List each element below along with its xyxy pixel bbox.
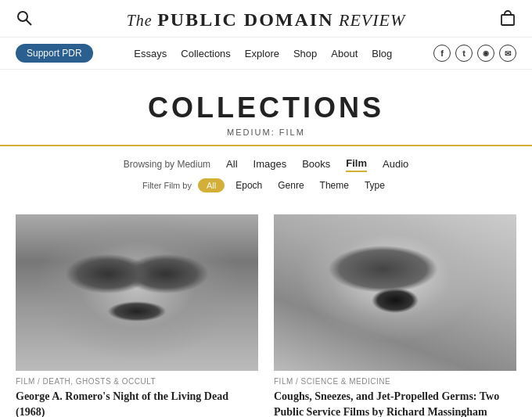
item-category-1: FILM / Death, Ghosts & Occult — [16, 377, 258, 386]
site-logo: The PUBLIC DOMAIN REVIEW — [33, 9, 499, 31]
item-category-2: FILM / Science & Medicine — [274, 377, 516, 386]
filter-tab-theme[interactable]: Theme — [315, 178, 354, 192]
svg-line-1 — [27, 20, 32, 26]
search-icon[interactable] — [16, 9, 33, 31]
filter-film-label: Filter Film by — [142, 181, 192, 190]
main-nav: Support PDR Essays Collections Explore S… — [0, 38, 532, 70]
item-image-1[interactable] — [16, 214, 258, 371]
svg-rect-2 — [501, 15, 514, 25]
nav-item-essays[interactable]: Essays — [134, 48, 167, 59]
item-title-2[interactable]: Coughs, Sneezes, and Jet-Propelled Germs… — [274, 389, 516, 417]
sneeze-image — [274, 214, 516, 371]
page-title: COLLECTIONS — [16, 92, 516, 124]
film-filter-row: Filter Film by All Epoch Genre Theme Typ… — [16, 178, 516, 192]
svg-point-0 — [18, 12, 27, 21]
tab-all[interactable]: All — [226, 156, 237, 171]
page-title-section: COLLECTIONS MEDIUM: FILM — [0, 70, 532, 146]
tab-film[interactable]: Film — [346, 156, 367, 172]
nav-item-collections[interactable]: Collections — [181, 48, 231, 59]
twitter-icon[interactable]: t — [455, 45, 473, 62]
instagram-icon[interactable]: ◉ — [477, 45, 494, 62]
nav-item-shop[interactable]: Shop — [293, 48, 317, 59]
medium-tabs: Browsing by Medium All Images Books Film… — [16, 156, 516, 172]
site-header: The PUBLIC DOMAIN REVIEW — [0, 0, 532, 38]
collection-item-1: FILM / Death, Ghosts & Occult George A. … — [16, 214, 266, 417]
email-icon[interactable]: ✉ — [499, 45, 516, 62]
nav-item-about[interactable]: About — [331, 48, 358, 59]
tab-books[interactable]: Books — [302, 156, 330, 171]
facebook-icon[interactable]: f — [433, 45, 451, 62]
nav-item-blog[interactable]: Blog — [372, 48, 392, 59]
logo-public-domain: PUBLIC DOMAIN — [157, 9, 333, 30]
item-image-2[interactable] — [274, 214, 516, 371]
bag-icon[interactable] — [499, 9, 516, 31]
filter-tab-genre[interactable]: Genre — [273, 178, 308, 192]
logo-the: The — [127, 12, 153, 29]
collection-item-2: FILM / Science & Medicine Coughs, Sneeze… — [266, 214, 516, 417]
filter-section: Browsing by Medium All Images Books Film… — [0, 146, 532, 199]
logo-review: REVIEW — [339, 10, 405, 30]
filter-chip-all[interactable]: All — [198, 178, 225, 192]
nav-item-explore[interactable]: Explore — [245, 48, 279, 59]
filter-tab-type[interactable]: Type — [360, 178, 390, 192]
medium-label: Browsing by Medium — [124, 159, 210, 170]
social-icons: f t ◉ ✉ — [433, 45, 516, 62]
filter-tab-epoch[interactable]: Epoch — [231, 178, 267, 192]
nav-links: Essays Collections Explore Shop About Bl… — [134, 48, 392, 59]
page-subtitle: MEDIUM: FILM — [16, 128, 516, 137]
item-title-1[interactable]: George A. Romero's Night of the Living D… — [16, 389, 258, 417]
content-grid: FILM / Death, Ghosts & Occult George A. … — [0, 199, 532, 417]
tab-images[interactable]: Images — [253, 156, 287, 171]
tab-audio[interactable]: Audio — [383, 156, 408, 171]
zombie-image — [16, 214, 258, 371]
support-button[interactable]: Support PDR — [16, 44, 93, 63]
